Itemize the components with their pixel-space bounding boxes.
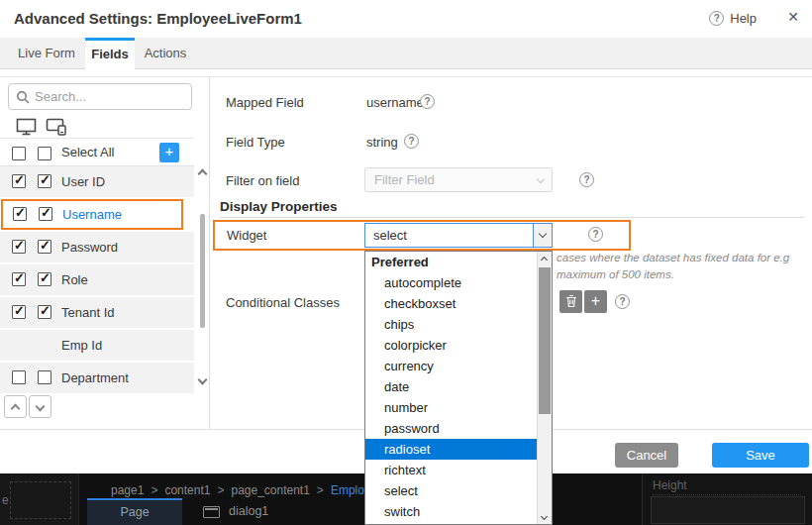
desktop-checkbox[interactable] — [39, 207, 52, 221]
mobile-checkbox[interactable] — [12, 174, 26, 188]
breadcrumb-separator: > — [151, 483, 157, 497]
mobile-checkbox[interactable] — [12, 305, 26, 319]
delete-class-button[interactable] — [559, 290, 582, 313]
height-property-label: Height — [653, 478, 801, 495]
chevron-up-icon — [11, 404, 21, 414]
dropdown-option-switch[interactable]: switch — [365, 501, 538, 522]
dropdown-option-number[interactable]: number — [365, 397, 538, 418]
filter-field-select[interactable]: Filter Field — [364, 167, 553, 192]
fields-sidebar: Select All + User ID Username Password R… — [0, 77, 210, 429]
field-type-help-icon[interactable]: ? — [404, 134, 419, 149]
field-row-department[interactable]: Department — [0, 363, 194, 393]
breadcrumb-item[interactable]: content1 — [164, 483, 210, 497]
dropdown-option-autocomplete[interactable]: autocomplete — [365, 272, 538, 293]
field-row-role[interactable]: Role — [0, 264, 194, 295]
widget-hint-text: cases where the dataset has fixed data f… — [557, 252, 806, 263]
desktop-checkbox[interactable] — [38, 370, 51, 384]
dialog-header: Advanced Settings: EmployeeLiveForm1 ? H… — [0, 0, 812, 38]
filter-field-help-icon[interactable]: ? — [579, 172, 594, 187]
scrollbar-down-arrow[interactable] — [541, 513, 548, 520]
mapped-field-help-icon[interactable]: ? — [420, 94, 435, 109]
device-toggle-row — [0, 116, 194, 140]
search-icon — [16, 90, 30, 104]
breadcrumb-separator: > — [317, 483, 324, 497]
dropdown-group-label: Preferred — [365, 252, 538, 272]
dropdown-option-date[interactable]: date — [365, 376, 538, 397]
field-row-emp-id[interactable]: Emp Id — [0, 330, 194, 361]
dropdown-scrollbar[interactable] — [537, 252, 552, 524]
dialog-tabbar: Live Form Fields Actions — [0, 38, 812, 69]
canvas-left-panel: e — [0, 473, 79, 525]
field-row-username[interactable]: Username — [1, 199, 183, 230]
dropdown-option-chips[interactable]: chips — [365, 314, 538, 335]
dropdown-option-select[interactable]: select — [365, 480, 538, 501]
mobile-checkbox[interactable] — [13, 207, 27, 221]
search-input[interactable] — [35, 85, 185, 108]
height-property-input[interactable] — [651, 496, 805, 524]
field-row-tenant-id[interactable]: Tenant Id — [0, 297, 194, 328]
tab-live-form[interactable]: Live Form — [8, 38, 85, 68]
widget-row-highlight: Widget select ? — [213, 220, 631, 251]
select-arrow-button[interactable] — [533, 224, 552, 247]
select-all-mobile-checkbox[interactable] — [12, 147, 26, 160]
widget-help-icon[interactable]: ? — [588, 227, 603, 242]
dialog-title: Advanced Settings: EmployeeLiveForm1 — [14, 0, 302, 38]
save-button[interactable]: Save — [712, 443, 809, 468]
conditional-classes-label: Conditional Classes — [226, 295, 340, 310]
scrollbar-down-arrow[interactable] — [198, 375, 208, 385]
dropdown-option-checkboxset[interactable]: checkboxset — [365, 293, 538, 314]
help-icon: ? — [709, 11, 724, 26]
tab-actions[interactable]: Actions — [135, 38, 196, 68]
desktop-checkbox[interactable] — [38, 272, 51, 286]
tab-fields[interactable]: Fields — [85, 38, 135, 69]
dialog1-tab[interactable]: dialog1 — [229, 504, 268, 518]
properties-panel-fragment: Height — [642, 473, 812, 525]
dropdown-option-password[interactable]: password — [365, 418, 538, 439]
select-all-desktop-checkbox[interactable] — [38, 147, 51, 160]
dropdown-option-currency[interactable]: currency — [365, 356, 538, 376]
scrollbar-thumb[interactable] — [200, 214, 205, 328]
field-label: Username — [62, 201, 122, 228]
field-row-user-id[interactable]: User ID — [0, 166, 194, 197]
selection-outline — [10, 481, 71, 519]
move-field-up-button[interactable] — [4, 395, 27, 418]
chevron-down-icon — [36, 402, 46, 412]
move-field-down-button[interactable] — [29, 395, 51, 418]
devices-icon[interactable] — [46, 118, 67, 136]
field-type-label: Field Type — [226, 135, 285, 150]
chevron-down-icon — [537, 175, 545, 183]
scrollbar-thumb[interactable] — [539, 267, 551, 414]
cancel-button[interactable]: Cancel — [615, 443, 678, 468]
select-all-label: Select All — [61, 139, 114, 166]
dropdown-option-colorpicker[interactable]: colorpicker — [365, 335, 538, 356]
desktop-checkbox[interactable] — [38, 240, 51, 254]
mobile-checkbox[interactable] — [12, 272, 26, 286]
dialog-window-icon — [203, 506, 220, 518]
scrollbar-up-arrow[interactable] — [198, 169, 208, 179]
field-row-password[interactable]: Password — [0, 232, 194, 262]
desktop-checkbox[interactable] — [38, 174, 51, 188]
filter-field-placeholder: Filter Field — [374, 172, 435, 187]
add-class-button[interactable]: + — [584, 290, 607, 313]
breadcrumb-item[interactable]: page1 — [111, 483, 144, 497]
close-icon[interactable]: ✕ — [787, 9, 799, 25]
mobile-checkbox[interactable] — [12, 370, 26, 384]
conditional-classes-help-icon[interactable]: ? — [615, 294, 630, 309]
widget-select[interactable]: select — [364, 223, 553, 248]
breadcrumb-item[interactable]: page_content1 — [231, 483, 309, 497]
add-field-button[interactable]: + — [159, 143, 179, 162]
mobile-checkbox[interactable] — [12, 240, 26, 254]
help-button[interactable]: ? Help — [709, 11, 757, 26]
widget-select-value: select — [373, 224, 407, 247]
breadcrumb-separator: > — [217, 483, 224, 497]
field-label: Department — [61, 363, 129, 393]
scrollbar-up-arrow[interactable] — [541, 257, 548, 263]
help-label: Help — [730, 11, 757, 26]
page-tab[interactable]: Page — [87, 498, 182, 525]
dropdown-option-richtext[interactable]: richtext — [365, 460, 538, 480]
dropdown-option-radioset[interactable]: radioset — [365, 439, 538, 460]
field-type-value: string — [366, 135, 398, 150]
desktop-icon[interactable] — [16, 118, 37, 136]
desktop-checkbox[interactable] — [38, 305, 51, 319]
divider — [220, 217, 804, 218]
